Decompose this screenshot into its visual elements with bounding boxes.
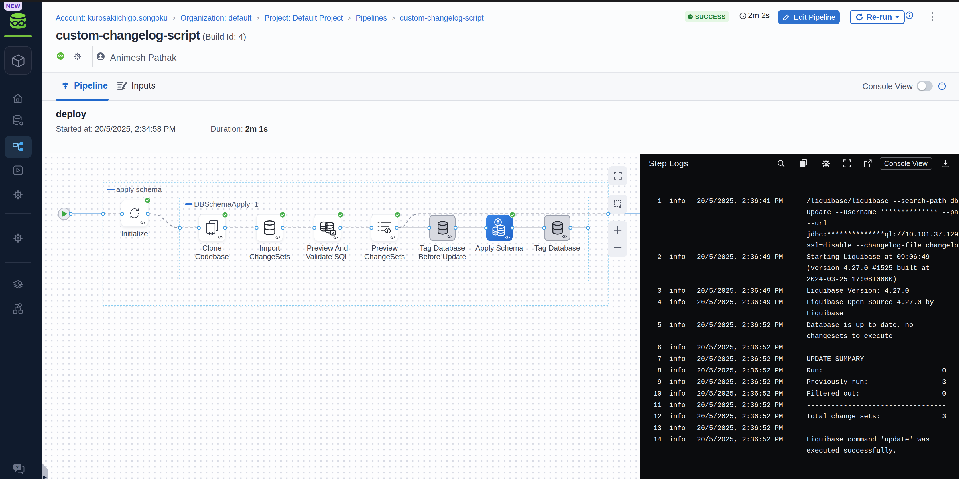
svg-text:?: ? xyxy=(16,465,19,470)
svg-text:DBSchemaApply_1: DBSchemaApply_1 xyxy=(194,200,258,208)
svg-text:apply schema: apply schema xyxy=(116,185,162,194)
